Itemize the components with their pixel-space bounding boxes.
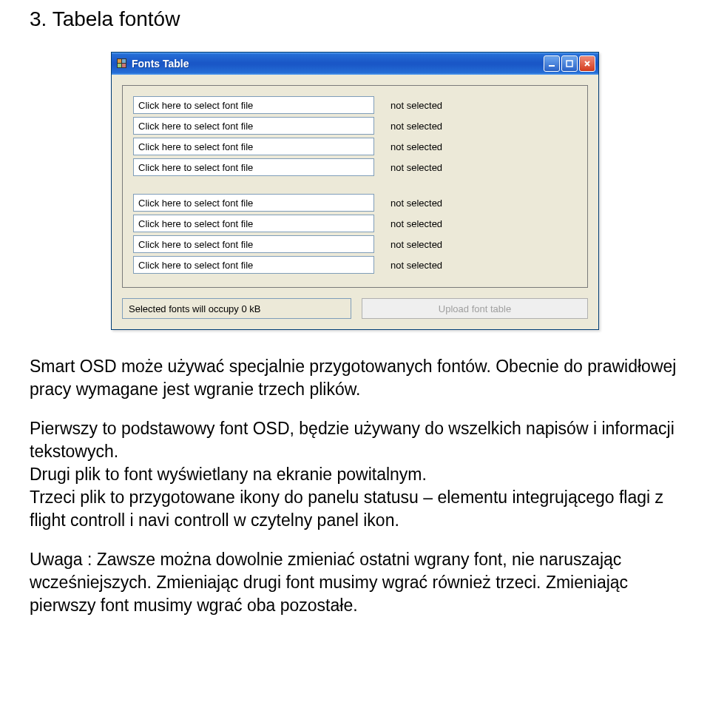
app-icon (116, 58, 128, 70)
font-status-label: not selected (388, 198, 577, 209)
selected-fonts-size-label: Selected fonts will occupy 0 kB (122, 298, 351, 319)
font-status-label: not selected (388, 218, 577, 229)
font-rows-panel: not selected not selected not selected n… (122, 85, 588, 288)
upload-font-table-button[interactable]: Upload font table (362, 298, 588, 319)
font-row: not selected (133, 117, 577, 135)
svg-rect-0 (549, 65, 555, 67)
font-status-label: not selected (388, 100, 577, 111)
screenshot-container: Fonts Table (30, 52, 680, 330)
window-client-area: not selected not selected not selected n… (112, 75, 598, 329)
font-file-input[interactable] (133, 96, 374, 114)
section-heading: 3. Tabela fontów (30, 7, 680, 31)
font-row: not selected (133, 96, 577, 114)
font-status-label: not selected (388, 239, 577, 250)
body-paragraph: Uwaga : Zawsze można dowolnie zmieniać o… (30, 548, 680, 617)
font-status-label: not selected (388, 141, 577, 152)
font-row: not selected (133, 158, 577, 176)
titlebar: Fonts Table (112, 53, 598, 75)
body-paragraph: Smart OSD może używać specjalnie przygot… (30, 355, 680, 401)
font-file-input[interactable] (133, 215, 374, 232)
font-file-input[interactable] (133, 235, 374, 253)
font-file-input[interactable] (133, 256, 374, 274)
font-status-label: not selected (388, 260, 577, 271)
font-row: not selected (133, 194, 577, 212)
fonts-table-window: Fonts Table (111, 52, 599, 330)
font-row: not selected (133, 215, 577, 232)
font-status-label: not selected (388, 162, 577, 173)
font-status-label: not selected (388, 121, 577, 132)
maximize-button[interactable] (561, 55, 578, 72)
body-paragraph: Pierwszy to podstawowy font OSD, będzie … (30, 417, 680, 532)
window-title: Fonts Table (132, 58, 544, 70)
font-file-input[interactable] (133, 158, 374, 176)
font-file-input[interactable] (133, 117, 374, 135)
svg-rect-1 (567, 61, 572, 67)
minimize-button[interactable] (544, 55, 560, 72)
font-row: not selected (133, 256, 577, 274)
font-row: not selected (133, 138, 577, 155)
font-file-input[interactable] (133, 138, 374, 155)
font-row: not selected (133, 235, 577, 253)
font-file-input[interactable] (133, 194, 374, 212)
close-button[interactable] (579, 55, 595, 72)
